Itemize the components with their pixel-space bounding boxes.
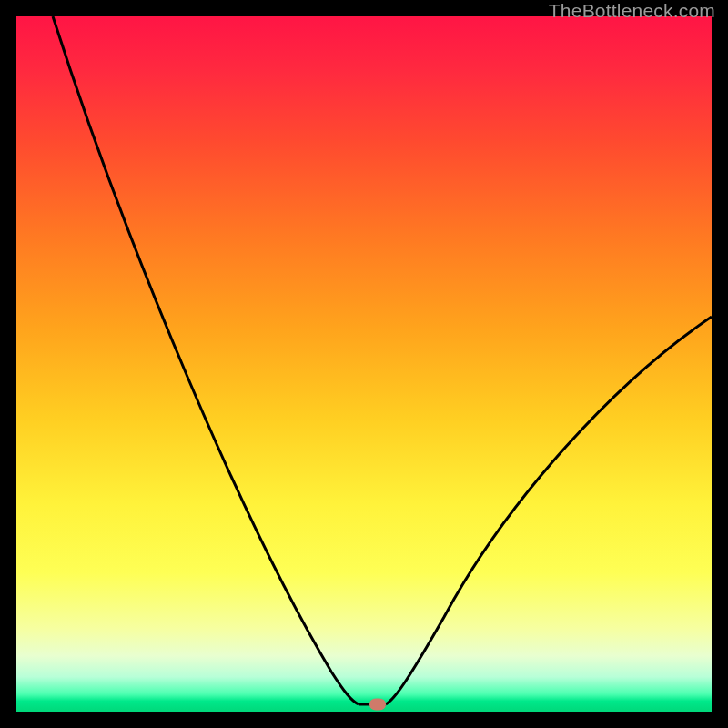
curve-left-branch — [53, 16, 359, 704]
bottleneck-curve — [16, 16, 712, 712]
plot-area — [16, 16, 712, 712]
chart-frame: TheBottleneck.com — [0, 0, 728, 728]
curve-right-branch — [386, 317, 712, 704]
optimal-point-marker — [369, 699, 386, 711]
attribution-watermark: TheBottleneck.com — [549, 0, 715, 22]
